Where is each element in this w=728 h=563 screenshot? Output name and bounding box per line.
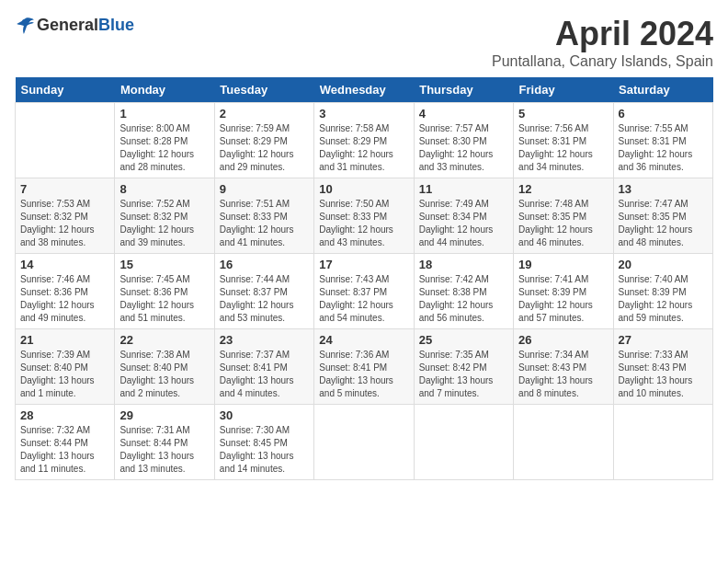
calendar-cell: 3Sunrise: 7:58 AM Sunset: 8:29 PM Daylig… — [314, 103, 414, 178]
day-info: Sunrise: 7:33 AM Sunset: 8:43 PM Dayligh… — [619, 349, 708, 400]
calendar-cell: 7Sunrise: 7:53 AM Sunset: 8:32 PM Daylig… — [16, 178, 115, 254]
calendar-cell: 25Sunrise: 7:35 AM Sunset: 8:42 PM Dayli… — [414, 329, 513, 405]
calendar-cell: 16Sunrise: 7:44 AM Sunset: 8:37 PM Dayli… — [214, 254, 313, 329]
day-info: Sunrise: 7:57 AM Sunset: 8:30 PM Dayligh… — [419, 122, 508, 174]
calendar-cell: 11Sunrise: 7:49 AM Sunset: 8:34 PM Dayli… — [414, 178, 513, 254]
calendar-cell: 30Sunrise: 7:30 AM Sunset: 8:45 PM Dayli… — [214, 405, 313, 480]
day-number: 8 — [119, 182, 209, 196]
day-number: 15 — [119, 258, 209, 271]
day-info: Sunrise: 7:31 AM Sunset: 8:44 PM Dayligh… — [119, 424, 209, 476]
calendar-cell: 9Sunrise: 7:51 AM Sunset: 8:33 PM Daylig… — [214, 178, 313, 254]
calendar-cell: 29Sunrise: 7:31 AM Sunset: 8:44 PM Dayli… — [115, 405, 214, 480]
day-info: Sunrise: 7:59 AM Sunset: 8:29 PM Dayligh… — [220, 122, 309, 174]
day-info: Sunrise: 7:43 AM Sunset: 8:37 PM Dayligh… — [319, 273, 408, 325]
day-info: Sunrise: 7:30 AM Sunset: 8:45 PM Dayligh… — [220, 424, 309, 476]
calendar-cell: 6Sunrise: 7:55 AM Sunset: 8:31 PM Daylig… — [613, 103, 712, 178]
calendar-cell: 10Sunrise: 7:50 AM Sunset: 8:33 PM Dayli… — [314, 178, 414, 254]
calendar-cell: 13Sunrise: 7:47 AM Sunset: 8:35 PM Dayli… — [613, 178, 712, 254]
day-number: 26 — [518, 333, 608, 347]
calendar-cell: 14Sunrise: 7:46 AM Sunset: 8:36 PM Dayli… — [16, 254, 115, 329]
day-info: Sunrise: 7:34 AM Sunset: 8:43 PM Dayligh… — [518, 349, 608, 400]
calendar-week-row: 1Sunrise: 8:00 AM Sunset: 8:28 PM Daylig… — [16, 103, 713, 178]
weekday-header-friday: Friday — [514, 77, 613, 103]
logo-bird-icon — [15, 15, 35, 35]
day-number: 30 — [220, 408, 309, 422]
calendar-cell: 18Sunrise: 7:42 AM Sunset: 8:38 PM Dayli… — [414, 254, 513, 329]
weekday-header-monday: Monday — [115, 77, 214, 103]
day-number: 17 — [319, 258, 408, 271]
calendar-week-row: 21Sunrise: 7:39 AM Sunset: 8:40 PM Dayli… — [16, 329, 713, 405]
calendar-cell: 27Sunrise: 7:33 AM Sunset: 8:43 PM Dayli… — [613, 329, 712, 405]
calendar-cell — [514, 405, 613, 480]
day-number: 20 — [619, 258, 708, 271]
calendar-week-row: 14Sunrise: 7:46 AM Sunset: 8:36 PM Dayli… — [16, 254, 713, 329]
day-number: 9 — [220, 182, 309, 196]
logo-blue-text: Blue — [98, 16, 134, 34]
day-number: 19 — [518, 258, 608, 271]
weekday-header-tuesday: Tuesday — [214, 77, 313, 103]
calendar-cell: 26Sunrise: 7:34 AM Sunset: 8:43 PM Dayli… — [514, 329, 613, 405]
calendar-table: SundayMondayTuesdayWednesdayThursdayFrid… — [15, 77, 713, 480]
day-info: Sunrise: 7:49 AM Sunset: 8:34 PM Dayligh… — [419, 198, 508, 249]
day-info: Sunrise: 7:36 AM Sunset: 8:41 PM Dayligh… — [319, 349, 408, 400]
calendar-week-row: 7Sunrise: 7:53 AM Sunset: 8:32 PM Daylig… — [16, 178, 713, 254]
weekday-header-sunday: Sunday — [16, 77, 115, 103]
day-number: 24 — [319, 333, 408, 347]
day-info: Sunrise: 7:52 AM Sunset: 8:32 PM Dayligh… — [119, 198, 209, 249]
day-info: Sunrise: 7:53 AM Sunset: 8:32 PM Dayligh… — [20, 198, 109, 249]
day-info: Sunrise: 8:00 AM Sunset: 8:28 PM Dayligh… — [119, 122, 209, 174]
day-number: 10 — [319, 182, 408, 196]
day-number: 6 — [619, 107, 708, 121]
day-number: 1 — [119, 107, 209, 121]
day-number: 18 — [419, 258, 508, 271]
day-info: Sunrise: 7:45 AM Sunset: 8:36 PM Dayligh… — [119, 273, 209, 325]
logo-general-text: General — [37, 16, 98, 34]
weekday-header-saturday: Saturday — [613, 77, 712, 103]
day-number: 25 — [419, 333, 508, 347]
calendar-cell: 22Sunrise: 7:38 AM Sunset: 8:40 PM Dayli… — [115, 329, 214, 405]
calendar-week-row: 28Sunrise: 7:32 AM Sunset: 8:44 PM Dayli… — [16, 405, 713, 480]
weekday-header-thursday: Thursday — [414, 77, 513, 103]
day-number: 21 — [20, 333, 109, 347]
day-number: 13 — [619, 182, 708, 196]
day-number: 3 — [319, 107, 408, 121]
calendar-cell: 15Sunrise: 7:45 AM Sunset: 8:36 PM Dayli… — [115, 254, 214, 329]
month-title: April 2024 — [492, 15, 713, 53]
day-number: 28 — [20, 408, 109, 422]
day-info: Sunrise: 7:55 AM Sunset: 8:31 PM Dayligh… — [619, 122, 708, 174]
location-title: Puntallana, Canary Islands, Spain — [492, 53, 713, 70]
day-number: 23 — [220, 333, 309, 347]
day-number: 27 — [619, 333, 708, 347]
calendar-cell: 4Sunrise: 7:57 AM Sunset: 8:30 PM Daylig… — [414, 103, 513, 178]
weekday-header-wednesday: Wednesday — [314, 77, 414, 103]
day-number: 22 — [119, 333, 209, 347]
day-info: Sunrise: 7:50 AM Sunset: 8:33 PM Dayligh… — [319, 198, 408, 249]
calendar-cell: 12Sunrise: 7:48 AM Sunset: 8:35 PM Dayli… — [514, 178, 613, 254]
day-info: Sunrise: 7:51 AM Sunset: 8:33 PM Dayligh… — [220, 198, 309, 249]
calendar-cell: 21Sunrise: 7:39 AM Sunset: 8:40 PM Dayli… — [16, 329, 115, 405]
day-info: Sunrise: 7:48 AM Sunset: 8:35 PM Dayligh… — [518, 198, 608, 249]
calendar-cell — [16, 103, 115, 178]
day-info: Sunrise: 7:56 AM Sunset: 8:31 PM Dayligh… — [518, 122, 608, 174]
day-info: Sunrise: 7:40 AM Sunset: 8:39 PM Dayligh… — [619, 273, 708, 325]
day-info: Sunrise: 7:58 AM Sunset: 8:29 PM Dayligh… — [319, 122, 408, 174]
weekday-header-row: SundayMondayTuesdayWednesdayThursdayFrid… — [16, 77, 713, 103]
calendar-cell: 28Sunrise: 7:32 AM Sunset: 8:44 PM Dayli… — [16, 405, 115, 480]
day-info: Sunrise: 7:42 AM Sunset: 8:38 PM Dayligh… — [419, 273, 508, 325]
logo: GeneralBlue — [15, 15, 134, 35]
day-number: 7 — [20, 182, 109, 196]
day-info: Sunrise: 7:37 AM Sunset: 8:41 PM Dayligh… — [220, 349, 309, 400]
day-info: Sunrise: 7:46 AM Sunset: 8:36 PM Dayligh… — [20, 273, 109, 325]
calendar-cell — [314, 405, 414, 480]
day-info: Sunrise: 7:38 AM Sunset: 8:40 PM Dayligh… — [119, 349, 209, 400]
day-number: 5 — [518, 107, 608, 121]
calendar-cell: 20Sunrise: 7:40 AM Sunset: 8:39 PM Dayli… — [613, 254, 712, 329]
day-number: 14 — [20, 258, 109, 271]
title-area: April 2024 Puntallana, Canary Islands, S… — [492, 15, 713, 70]
calendar-cell: 17Sunrise: 7:43 AM Sunset: 8:37 PM Dayli… — [314, 254, 414, 329]
day-number: 11 — [419, 182, 508, 196]
day-info: Sunrise: 7:47 AM Sunset: 8:35 PM Dayligh… — [619, 198, 708, 249]
calendar-cell: 5Sunrise: 7:56 AM Sunset: 8:31 PM Daylig… — [514, 103, 613, 178]
calendar-cell: 19Sunrise: 7:41 AM Sunset: 8:39 PM Dayli… — [514, 254, 613, 329]
day-number: 2 — [220, 107, 309, 121]
